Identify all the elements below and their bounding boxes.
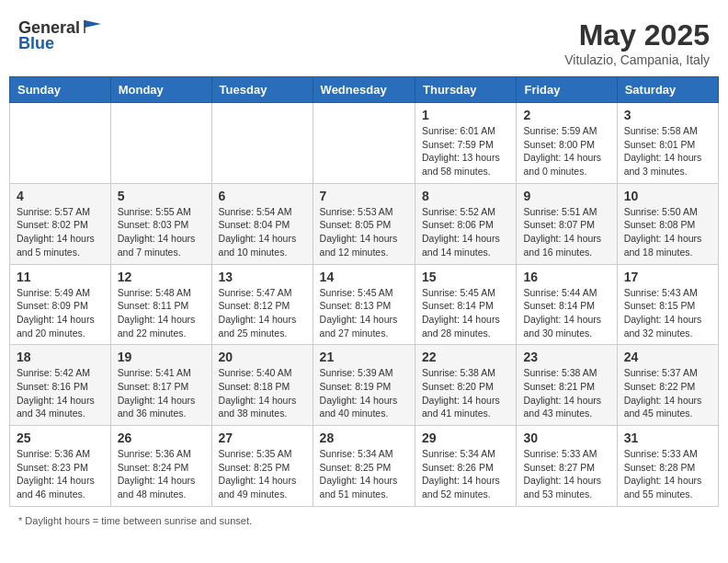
day-number: 7 xyxy=(320,189,408,203)
col-header-monday: Monday xyxy=(110,77,211,103)
day-info: Sunrise: 5:50 AM Sunset: 8:08 PM Dayligh… xyxy=(624,205,711,259)
calendar-table: SundayMondayTuesdayWednesdayThursdayFrid… xyxy=(9,76,719,507)
calendar-header-row: SundayMondayTuesdayWednesdayThursdayFrid… xyxy=(10,77,719,103)
calendar-cell xyxy=(313,103,415,184)
calendar-cell: 12Sunrise: 5:48 AM Sunset: 8:11 PM Dayli… xyxy=(110,264,211,345)
day-info: Sunrise: 5:54 AM Sunset: 8:04 PM Dayligh… xyxy=(219,205,306,259)
day-number: 16 xyxy=(523,270,609,284)
day-number: 25 xyxy=(17,431,104,445)
calendar-cell: 23Sunrise: 5:38 AM Sunset: 8:21 PM Dayli… xyxy=(517,345,617,426)
day-number: 22 xyxy=(422,350,509,364)
calendar-cell: 20Sunrise: 5:40 AM Sunset: 8:18 PM Dayli… xyxy=(211,345,313,426)
calendar-cell: 17Sunrise: 5:43 AM Sunset: 8:15 PM Dayli… xyxy=(617,264,718,345)
col-header-saturday: Saturday xyxy=(617,77,718,103)
day-info: Sunrise: 5:48 AM Sunset: 8:11 PM Dayligh… xyxy=(118,286,205,340)
day-info: Sunrise: 5:35 AM Sunset: 8:25 PM Dayligh… xyxy=(219,447,306,501)
day-info: Sunrise: 5:44 AM Sunset: 8:14 PM Dayligh… xyxy=(523,286,609,340)
col-header-thursday: Thursday xyxy=(415,77,517,103)
day-number: 29 xyxy=(422,431,509,445)
day-number: 4 xyxy=(17,189,104,203)
day-info: Sunrise: 5:39 AM Sunset: 8:19 PM Dayligh… xyxy=(320,366,408,420)
day-number: 8 xyxy=(422,189,509,203)
calendar-cell: 29Sunrise: 5:34 AM Sunset: 8:26 PM Dayli… xyxy=(415,426,517,507)
calendar-week-4: 18Sunrise: 5:42 AM Sunset: 8:16 PM Dayli… xyxy=(10,345,719,426)
col-header-friday: Friday xyxy=(517,77,617,103)
logo: General Blue xyxy=(18,18,103,53)
calendar-cell xyxy=(10,103,111,184)
calendar-week-3: 11Sunrise: 5:49 AM Sunset: 8:09 PM Dayli… xyxy=(10,264,719,345)
calendar-cell: 28Sunrise: 5:34 AM Sunset: 8:25 PM Dayli… xyxy=(313,426,415,507)
day-info: Sunrise: 5:36 AM Sunset: 8:24 PM Dayligh… xyxy=(118,447,205,501)
calendar-cell: 2Sunrise: 5:59 AM Sunset: 8:00 PM Daylig… xyxy=(517,103,617,184)
day-number: 30 xyxy=(523,431,609,445)
calendar-cell: 3Sunrise: 5:58 AM Sunset: 8:01 PM Daylig… xyxy=(617,103,718,184)
day-number: 6 xyxy=(219,189,306,203)
calendar-cell: 13Sunrise: 5:47 AM Sunset: 8:12 PM Dayli… xyxy=(211,264,313,345)
day-info: Sunrise: 5:42 AM Sunset: 8:16 PM Dayligh… xyxy=(17,366,104,420)
day-info: Sunrise: 5:59 AM Sunset: 8:00 PM Dayligh… xyxy=(523,124,609,178)
day-info: Sunrise: 5:49 AM Sunset: 8:09 PM Dayligh… xyxy=(17,286,104,340)
day-info: Sunrise: 5:33 AM Sunset: 8:28 PM Dayligh… xyxy=(624,447,711,501)
day-info: Sunrise: 5:41 AM Sunset: 8:17 PM Dayligh… xyxy=(118,366,205,420)
calendar-cell: 22Sunrise: 5:38 AM Sunset: 8:20 PM Dayli… xyxy=(415,345,517,426)
day-number: 9 xyxy=(523,189,609,203)
day-number: 23 xyxy=(523,350,609,364)
calendar-cell: 30Sunrise: 5:33 AM Sunset: 8:27 PM Dayli… xyxy=(517,426,617,507)
logo-flag-icon xyxy=(83,18,103,35)
calendar-cell: 1Sunrise: 6:01 AM Sunset: 7:59 PM Daylig… xyxy=(415,103,517,184)
day-info: Sunrise: 6:01 AM Sunset: 7:59 PM Dayligh… xyxy=(422,124,509,178)
calendar-cell xyxy=(211,103,313,184)
day-info: Sunrise: 5:43 AM Sunset: 8:15 PM Dayligh… xyxy=(624,286,711,340)
day-number: 2 xyxy=(523,108,609,122)
title-area: May 2025 Vitulazio, Campania, Italy xyxy=(564,18,710,67)
day-info: Sunrise: 5:33 AM Sunset: 8:27 PM Dayligh… xyxy=(523,447,609,501)
day-number: 27 xyxy=(219,431,306,445)
day-number: 5 xyxy=(118,189,205,203)
calendar-cell: 21Sunrise: 5:39 AM Sunset: 8:19 PM Dayli… xyxy=(313,345,415,426)
calendar-cell: 18Sunrise: 5:42 AM Sunset: 8:16 PM Dayli… xyxy=(10,345,111,426)
svg-marker-0 xyxy=(85,20,101,28)
day-info: Sunrise: 5:55 AM Sunset: 8:03 PM Dayligh… xyxy=(118,205,205,259)
day-number: 18 xyxy=(17,350,104,364)
calendar-cell: 24Sunrise: 5:37 AM Sunset: 8:22 PM Dayli… xyxy=(617,345,718,426)
page-header: General Blue May 2025 Vitulazio, Campani… xyxy=(9,9,719,72)
day-number: 3 xyxy=(624,108,711,122)
footer-note: * Daylight hours = time between sunrise … xyxy=(9,511,719,530)
day-number: 19 xyxy=(118,350,205,364)
calendar-week-2: 4Sunrise: 5:57 AM Sunset: 8:02 PM Daylig… xyxy=(10,183,719,264)
calendar-week-5: 25Sunrise: 5:36 AM Sunset: 8:23 PM Dayli… xyxy=(10,426,719,507)
calendar-cell xyxy=(110,103,211,184)
day-info: Sunrise: 5:45 AM Sunset: 8:13 PM Dayligh… xyxy=(320,286,408,340)
day-info: Sunrise: 5:57 AM Sunset: 8:02 PM Dayligh… xyxy=(17,205,104,259)
calendar-cell: 10Sunrise: 5:50 AM Sunset: 8:08 PM Dayli… xyxy=(617,183,718,264)
day-info: Sunrise: 5:34 AM Sunset: 8:25 PM Dayligh… xyxy=(320,447,408,501)
day-number: 24 xyxy=(624,350,711,364)
day-info: Sunrise: 5:53 AM Sunset: 8:05 PM Dayligh… xyxy=(320,205,408,259)
calendar-cell: 8Sunrise: 5:52 AM Sunset: 8:06 PM Daylig… xyxy=(415,183,517,264)
calendar-cell: 25Sunrise: 5:36 AM Sunset: 8:23 PM Dayli… xyxy=(10,426,111,507)
col-header-wednesday: Wednesday xyxy=(313,77,415,103)
day-info: Sunrise: 5:37 AM Sunset: 8:22 PM Dayligh… xyxy=(624,366,711,420)
day-info: Sunrise: 5:52 AM Sunset: 8:06 PM Dayligh… xyxy=(422,205,509,259)
day-number: 21 xyxy=(320,350,408,364)
location-subtitle: Vitulazio, Campania, Italy xyxy=(564,52,710,67)
day-number: 17 xyxy=(624,270,711,284)
day-number: 11 xyxy=(17,270,104,284)
calendar-cell: 26Sunrise: 5:36 AM Sunset: 8:24 PM Dayli… xyxy=(110,426,211,507)
day-info: Sunrise: 5:38 AM Sunset: 8:20 PM Dayligh… xyxy=(422,366,509,420)
month-title: May 2025 xyxy=(564,18,710,52)
day-number: 1 xyxy=(422,108,509,122)
col-header-sunday: Sunday xyxy=(10,77,111,103)
day-number: 10 xyxy=(624,189,711,203)
calendar-week-1: 1Sunrise: 6:01 AM Sunset: 7:59 PM Daylig… xyxy=(10,103,719,184)
calendar-cell: 9Sunrise: 5:51 AM Sunset: 8:07 PM Daylig… xyxy=(517,183,617,264)
calendar-cell: 11Sunrise: 5:49 AM Sunset: 8:09 PM Dayli… xyxy=(10,264,111,345)
calendar-cell: 7Sunrise: 5:53 AM Sunset: 8:05 PM Daylig… xyxy=(313,183,415,264)
day-number: 31 xyxy=(624,431,711,445)
day-info: Sunrise: 5:38 AM Sunset: 8:21 PM Dayligh… xyxy=(523,366,609,420)
logo-blue: Blue xyxy=(18,34,54,53)
day-number: 14 xyxy=(320,270,408,284)
day-info: Sunrise: 5:45 AM Sunset: 8:14 PM Dayligh… xyxy=(422,286,509,340)
calendar-cell: 5Sunrise: 5:55 AM Sunset: 8:03 PM Daylig… xyxy=(110,183,211,264)
calendar-cell: 4Sunrise: 5:57 AM Sunset: 8:02 PM Daylig… xyxy=(10,183,111,264)
